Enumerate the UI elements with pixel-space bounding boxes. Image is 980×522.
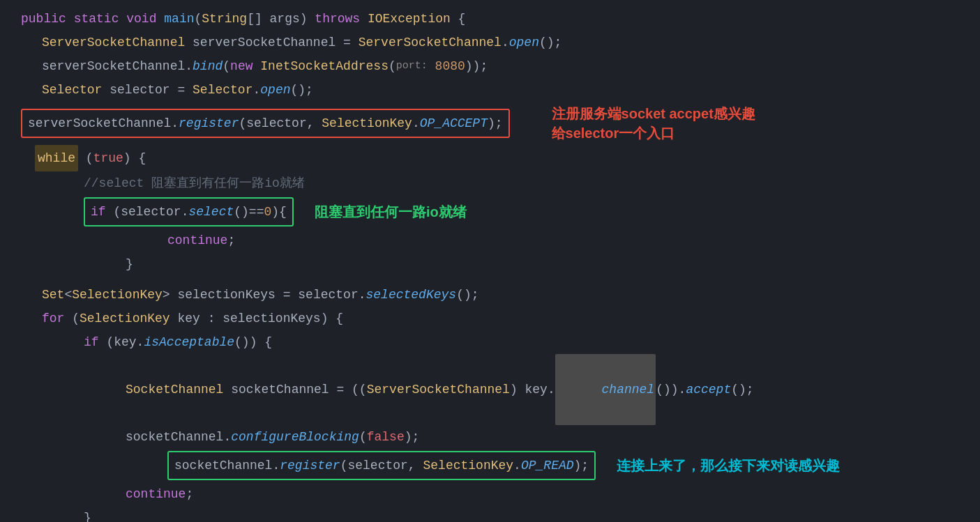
type-selector2: Selector (193, 78, 252, 102)
code-line-14: if (key. isAcceptable ()) { (0, 330, 980, 354)
number-8080: 8080 (435, 54, 465, 78)
method-selector-open: open (260, 78, 290, 102)
type-selectionkey: SelectionKey (322, 112, 412, 135)
type-selectionkey3: SelectionKey (80, 307, 170, 330)
code-line-2: ServerSocketChannel serverSocketChannel … (0, 31, 980, 54)
type-ioexception: IOException (368, 7, 451, 31)
code-line-empty (0, 276, 980, 283)
code-line-19: } (0, 506, 980, 522)
method-accept: accept (686, 378, 731, 401)
method-channel1: channel (602, 383, 655, 397)
keyword-false: false (367, 425, 405, 449)
method-register: register (179, 112, 239, 135)
red-box-line: serverSocketChannel. register (selector,… (21, 109, 510, 138)
code-line-18: continue ; (0, 482, 980, 506)
keyword-for: for (42, 307, 64, 330)
annotation-red: 注册服务端socket accpet感兴趣 给selector一个入口 (552, 104, 755, 143)
method-register2: register (280, 454, 340, 477)
green-box-register-op-read: socketChannel. register (selector, Selec… (167, 451, 596, 480)
method-bind: bind (193, 54, 223, 78)
code-line-3: serverSocketChannel. bind ( new InetSock… (0, 54, 980, 78)
code-line-1: public static void main ( String [] args… (0, 7, 980, 31)
method-main: main (164, 7, 194, 31)
method-configureblocking: configureBlocking (231, 425, 359, 449)
code-line-13: for ( SelectionKey key : selectionKeys) … (0, 307, 980, 330)
code-line-12: Set < SelectionKey > selectionKeys = sel… (0, 283, 980, 307)
type-selectionkey4: SelectionKey (423, 454, 513, 477)
green-box-if-select: if (selector. select ()== 0 ){ (84, 197, 294, 227)
keyword-void: void (126, 7, 156, 31)
type-selector: Selector (42, 78, 102, 102)
annotation-green: 阻塞直到任何一路io就绪 (315, 202, 467, 222)
keyword-public: public (21, 7, 66, 31)
type-inetsocketaddress: InetSocketAddress (260, 54, 389, 78)
code-line-7: //select 阻塞直到有任何一路io就绪 (0, 171, 980, 195)
keyword-true: true (93, 146, 123, 170)
method-isacceptable: isAcceptable (144, 330, 234, 354)
code-line-9: continue ; (0, 229, 980, 252)
type-serversocketchannel: ServerSocketChannel (42, 31, 185, 54)
type-string: String (202, 7, 247, 31)
code-line-4: Selector selector = Selector . open (); (0, 78, 980, 102)
type-socketchannel: SocketChannel (126, 378, 223, 401)
comment-select: //select 阻塞直到有任何一路io就绪 (84, 171, 305, 195)
keyword-new: new (230, 54, 252, 78)
method-selectedkeys: selectedKeys (366, 283, 457, 307)
keyword-throws: throws (315, 7, 360, 31)
keyword-while: while (35, 145, 78, 171)
code-line-17-container: socketChannel. register (selector, Selec… (0, 451, 980, 480)
method-select: select (188, 200, 234, 224)
annotation-green2: 连接上来了，那么接下来对读感兴趣 (617, 456, 840, 475)
code-line-15: SocketChannel socketChannel = (( ServerS… (0, 354, 980, 425)
code-line-6: while ( true ) { (0, 145, 980, 171)
code-line-8-container: if (selector. select ()== 0 ){ 阻塞直到任何一路i… (0, 197, 980, 227)
param-label-port: port: (396, 54, 428, 78)
channel-highlight1: channel (555, 354, 656, 425)
type-serversocketchannel2: ServerSocketChannel (359, 31, 502, 54)
number-0: 0 (264, 200, 271, 224)
code-line-5-container: serverSocketChannel. register (selector,… (0, 104, 980, 143)
method-open: open (509, 31, 539, 54)
code-line-16: socketChannel. configureBlocking ( false… (0, 425, 980, 449)
keyword-continue: continue (167, 229, 227, 252)
keyword-if2: if (84, 330, 99, 354)
op-read: OP_READ (521, 454, 574, 477)
type-selectionkey2: SelectionKey (72, 283, 163, 307)
code-editor: public static void main ( String [] args… (0, 0, 980, 522)
keyword-continue2: continue (126, 482, 186, 506)
code-line-10: } (0, 252, 980, 276)
keyword-if: if (91, 200, 106, 224)
op-accept: OP_ACCEPT (420, 112, 488, 135)
keyword-static: static (74, 7, 119, 31)
type-set: Set (42, 283, 64, 307)
type-serversocketchannel3: ServerSocketChannel (367, 378, 510, 401)
